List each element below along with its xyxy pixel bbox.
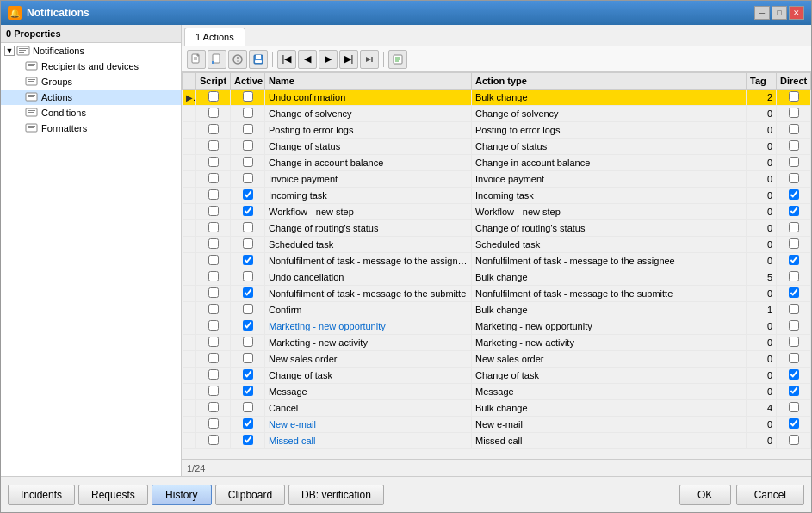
cancel-button[interactable]: Cancel xyxy=(736,485,804,505)
cell-script[interactable] xyxy=(196,417,231,433)
direct-checkbox[interactable] xyxy=(789,386,799,396)
direct-checkbox[interactable] xyxy=(789,402,799,412)
table-row[interactable]: Undo cancellationBulk change5 xyxy=(183,269,811,286)
cell-active[interactable] xyxy=(231,220,265,237)
active-checkbox[interactable] xyxy=(243,124,253,134)
col-header-direct[interactable]: Direct xyxy=(777,73,811,90)
cell-direct[interactable] xyxy=(777,417,811,433)
active-checkbox[interactable] xyxy=(243,402,253,412)
col-header-active[interactable]: Active xyxy=(231,73,265,90)
cell-direct[interactable] xyxy=(777,368,811,384)
cell-script[interactable] xyxy=(196,204,231,220)
table-row[interactable]: Incoming taskIncoming task0 xyxy=(183,188,811,204)
table-row[interactable]: ConfirmBulk change1 xyxy=(183,302,811,318)
script-checkbox[interactable] xyxy=(208,435,219,445)
direct-checkbox[interactable] xyxy=(789,108,799,118)
history-button[interactable]: History xyxy=(152,485,212,505)
direct-checkbox[interactable] xyxy=(789,304,799,314)
incidents-button[interactable]: Incidents xyxy=(8,485,75,505)
direct-checkbox[interactable] xyxy=(789,369,799,380)
cell-active[interactable] xyxy=(231,253,265,269)
active-checkbox[interactable] xyxy=(243,140,253,151)
cell-active[interactable] xyxy=(231,384,265,400)
active-checkbox[interactable] xyxy=(243,386,253,396)
active-checkbox[interactable] xyxy=(243,222,253,232)
active-checkbox[interactable] xyxy=(243,287,253,298)
cell-script[interactable] xyxy=(196,139,231,155)
table-row[interactable]: Nonfulfilment of task - message to the a… xyxy=(183,253,811,269)
direct-checkbox[interactable] xyxy=(789,91,799,102)
table-row[interactable]: Change of taskChange of task0 xyxy=(183,368,811,384)
script-checkbox[interactable] xyxy=(208,320,219,331)
clipboard-button[interactable]: Clipboard xyxy=(215,485,285,505)
cell-direct[interactable] xyxy=(777,106,811,122)
cell-active[interactable] xyxy=(231,417,265,433)
script-checkbox[interactable] xyxy=(208,124,219,134)
active-checkbox[interactable] xyxy=(243,255,253,265)
nav-last-button[interactable] xyxy=(360,50,379,69)
script-checkbox[interactable] xyxy=(208,402,219,412)
active-checkbox[interactable] xyxy=(243,320,253,331)
cell-script[interactable] xyxy=(196,351,231,368)
table-row[interactable]: ▶Undo confirmationBulk change2 xyxy=(183,90,811,106)
cell-script[interactable] xyxy=(196,90,231,106)
table-wrapper[interactable]: Script Active Name Action type Tag Direc… xyxy=(182,72,811,459)
sidebar-item-actions[interactable]: Actions xyxy=(1,90,181,105)
active-checkbox[interactable] xyxy=(243,369,253,380)
cell-script[interactable] xyxy=(196,368,231,384)
active-checkbox[interactable] xyxy=(243,271,253,281)
direct-checkbox[interactable] xyxy=(789,140,799,151)
direct-checkbox[interactable] xyxy=(789,189,799,200)
sidebar-item-groups[interactable]: Groups xyxy=(1,74,181,90)
tab-actions[interactable]: 1 Actions xyxy=(184,28,245,46)
cell-script[interactable] xyxy=(196,220,231,237)
active-checkbox[interactable] xyxy=(243,418,253,429)
nav-first-button[interactable]: |◀ xyxy=(277,50,296,69)
table-row[interactable]: Workflow - new stepWorkflow - new step0 xyxy=(183,204,811,220)
cell-script[interactable] xyxy=(196,384,231,400)
script-checkbox[interactable] xyxy=(208,287,219,298)
sidebar-item-recipients[interactable]: Recipients and devices xyxy=(1,59,181,74)
cell-direct[interactable] xyxy=(777,400,811,417)
cell-direct[interactable] xyxy=(777,433,811,449)
direct-checkbox[interactable] xyxy=(789,353,799,363)
cell-active[interactable] xyxy=(231,400,265,417)
active-checkbox[interactable] xyxy=(243,91,253,102)
active-checkbox[interactable] xyxy=(243,157,253,167)
cell-direct[interactable] xyxy=(777,220,811,237)
export-button[interactable] xyxy=(388,50,407,69)
new-button[interactable] xyxy=(187,50,206,69)
cell-direct[interactable] xyxy=(777,188,811,204)
script-checkbox[interactable] xyxy=(208,108,219,118)
cell-script[interactable] xyxy=(196,433,231,449)
cell-script[interactable] xyxy=(196,155,231,171)
cell-active[interactable] xyxy=(231,286,265,302)
cell-script[interactable] xyxy=(196,286,231,302)
active-checkbox[interactable] xyxy=(243,238,253,249)
script-checkbox[interactable] xyxy=(208,304,219,314)
script-checkbox[interactable] xyxy=(208,271,219,281)
cell-script[interactable] xyxy=(196,122,231,139)
direct-checkbox[interactable] xyxy=(789,435,799,445)
cell-active[interactable] xyxy=(231,351,265,368)
cell-direct[interactable] xyxy=(777,122,811,139)
cell-direct[interactable] xyxy=(777,204,811,220)
cell-script[interactable] xyxy=(196,302,231,318)
direct-checkbox[interactable] xyxy=(789,271,799,281)
table-row[interactable]: CancelBulk change4 xyxy=(183,400,811,417)
table-row[interactable]: Posting to error logsPosting to error lo… xyxy=(183,122,811,139)
nav-next-button[interactable]: ▶| xyxy=(339,50,358,69)
active-checkbox[interactable] xyxy=(243,304,253,314)
table-row[interactable]: Marketing - new activityMarketing - new … xyxy=(183,335,811,351)
cell-script[interactable] xyxy=(196,269,231,286)
requests-button[interactable]: Requests xyxy=(78,485,148,505)
cell-active[interactable] xyxy=(231,368,265,384)
cell-direct[interactable] xyxy=(777,384,811,400)
cell-active[interactable] xyxy=(231,302,265,318)
cell-direct[interactable] xyxy=(777,237,811,253)
cell-active[interactable] xyxy=(231,269,265,286)
minimize-button[interactable]: ─ xyxy=(754,6,770,20)
cell-active[interactable] xyxy=(231,433,265,449)
col-header-script[interactable]: Script xyxy=(196,73,231,90)
cell-direct[interactable] xyxy=(777,351,811,368)
